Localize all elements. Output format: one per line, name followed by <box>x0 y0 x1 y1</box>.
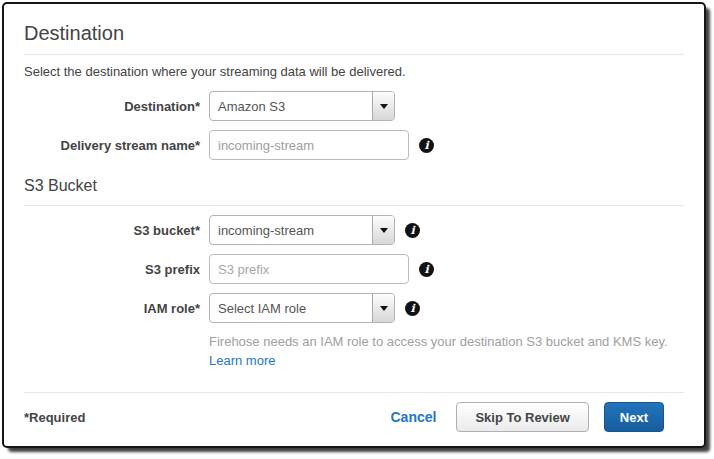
iam-role-help-text: Firehose needs an IAM role to access you… <box>209 332 683 370</box>
destination-panel: Destination Select the destination where… <box>2 2 706 448</box>
info-icon[interactable]: i <box>405 223 420 238</box>
delivery-stream-name-label: Delivery stream name* <box>24 138 200 153</box>
iam-role-select[interactable]: Select IAM role <box>209 293 395 323</box>
chevron-down-icon[interactable] <box>372 294 394 322</box>
s3-bucket-section-title: S3 Bucket <box>24 176 684 196</box>
info-icon[interactable]: i <box>419 138 434 153</box>
destination-select[interactable]: Amazon S3 <box>209 91 395 121</box>
skip-to-review-button[interactable]: Skip To Review <box>456 402 588 432</box>
cancel-link[interactable]: Cancel <box>390 409 436 425</box>
learn-more-link[interactable]: Learn more <box>209 353 275 368</box>
caret-down-shape <box>380 228 388 233</box>
delivery-stream-name-row: Delivery stream name* i <box>24 130 684 160</box>
s3-bucket-select[interactable]: incoming-stream <box>209 215 395 245</box>
delivery-stream-name-input[interactable] <box>209 130 409 160</box>
info-icon[interactable]: i <box>405 301 420 316</box>
footer-actions: *Required Cancel Skip To Review Next <box>24 402 684 432</box>
s3-prefix-row: S3 prefix i <box>24 254 684 284</box>
caret-down-shape <box>380 104 388 109</box>
caret-down-shape <box>380 306 388 311</box>
s3-bucket-select-value: incoming-stream <box>210 223 372 238</box>
destination-label: Destination* <box>24 99 200 114</box>
info-icon[interactable]: i <box>419 262 434 277</box>
iam-role-row: IAM role* Select IAM role i <box>24 293 684 323</box>
iam-role-select-value: Select IAM role <box>210 301 372 316</box>
divider <box>24 392 684 393</box>
s3-bucket-label: S3 bucket* <box>24 223 200 238</box>
divider <box>24 54 684 55</box>
s3-prefix-label: S3 prefix <box>24 262 200 277</box>
s3-prefix-input[interactable] <box>209 254 409 284</box>
divider <box>24 205 684 206</box>
iam-role-label: IAM role* <box>24 301 200 316</box>
page-title: Destination <box>24 20 684 46</box>
next-button[interactable]: Next <box>604 402 664 432</box>
destination-row: Destination* Amazon S3 <box>24 91 684 121</box>
destination-select-value: Amazon S3 <box>210 99 372 114</box>
page-description: Select the destination where your stream… <box>24 64 684 80</box>
s3-bucket-row: S3 bucket* incoming-stream i <box>24 215 684 245</box>
iam-role-help-message: Firehose needs an IAM role to access you… <box>209 334 668 349</box>
required-note: *Required <box>24 410 85 425</box>
chevron-down-icon[interactable] <box>372 92 394 120</box>
chevron-down-icon[interactable] <box>372 216 394 244</box>
